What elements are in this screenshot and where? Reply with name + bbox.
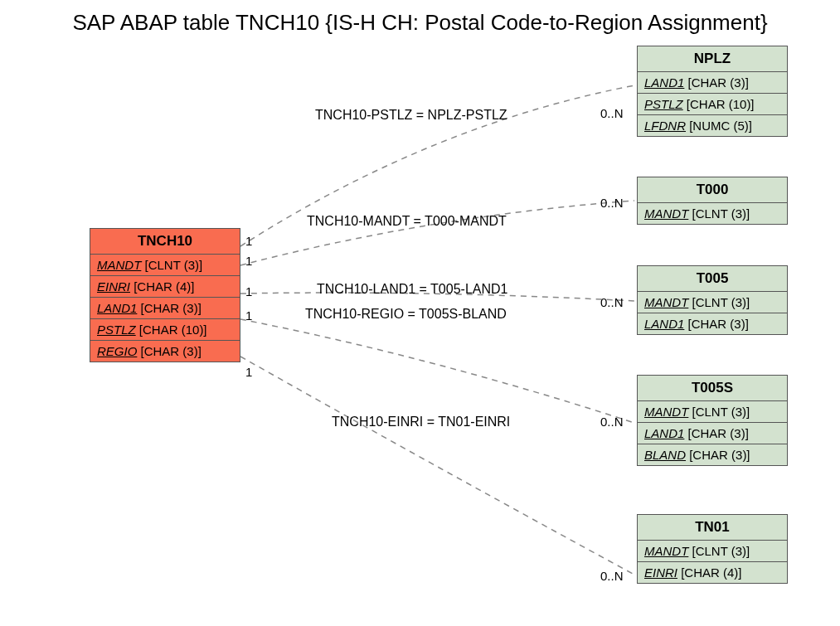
- field: MANDT [CLNT (3)]: [638, 541, 787, 562]
- field: MANDT [CLNT (3)]: [638, 292, 787, 313]
- entity-t005: T005 MANDT [CLNT (3)] LAND1 [CHAR (3)]: [637, 265, 788, 335]
- field: MANDT [CLNT (3)]: [638, 401, 787, 423]
- cardinality: 1: [245, 284, 252, 298]
- relation-label: TNCH10-PSTLZ = NPLZ-PSTLZ: [315, 108, 507, 123]
- cardinality: 1: [245, 308, 252, 323]
- entity-header: T005S: [638, 376, 787, 401]
- entity-nplz: NPLZ LAND1 [CHAR (3)] PSTLZ [CHAR (10)] …: [637, 46, 788, 137]
- cardinality: 1: [245, 365, 252, 379]
- relation-label: TNCH10-LAND1 = T005-LAND1: [317, 282, 507, 297]
- field: LAND1 [CHAR (3)]: [638, 313, 787, 334]
- cardinality: 0..N: [600, 295, 624, 309]
- field: LAND1 [CHAR (3)]: [90, 298, 240, 319]
- cardinality: 0..N: [600, 106, 624, 120]
- cardinality: 0..N: [600, 196, 624, 210]
- field: MANDT [CLNT (3)]: [638, 203, 787, 224]
- cardinality: 0..N: [600, 415, 624, 429]
- entity-t000: T000 MANDT [CLNT (3)]: [637, 177, 788, 225]
- entity-header: T000: [638, 177, 787, 203]
- relation-label: TNCH10-MANDT = T000-MANDT: [307, 214, 507, 229]
- field: EINRI [CHAR (4)]: [638, 562, 787, 583]
- cardinality: 1: [245, 234, 252, 248]
- field: BLAND [CHAR (3)]: [638, 444, 787, 465]
- entity-header: TNCH10: [90, 229, 240, 255]
- field: MANDT [CLNT (3)]: [90, 255, 240, 276]
- field: EINRI [CHAR (4)]: [90, 276, 240, 298]
- field: LFDNR [NUMC (5)]: [638, 115, 787, 136]
- entity-header: TN01: [638, 515, 787, 541]
- relation-label: TNCH10-REGIO = T005S-BLAND: [305, 307, 507, 322]
- entity-tn01: TN01 MANDT [CLNT (3)] EINRI [CHAR (4)]: [637, 514, 788, 584]
- relation-label: TNCH10-EINRI = TN01-EINRI: [332, 415, 510, 429]
- field: PSTLZ [CHAR (10)]: [90, 319, 240, 341]
- entity-header: NPLZ: [638, 46, 787, 72]
- field: PSTLZ [CHAR (10)]: [638, 94, 787, 115]
- entity-header: T005: [638, 266, 787, 292]
- field: LAND1 [CHAR (3)]: [638, 72, 787, 94]
- field: REGIO [CHAR (3)]: [90, 341, 240, 362]
- entity-t005s: T005S MANDT [CLNT (3)] LAND1 [CHAR (3)] …: [637, 375, 788, 466]
- cardinality: 0..N: [600, 569, 624, 583]
- entity-tnch10: TNCH10 MANDT [CLNT (3)] EINRI [CHAR (4)]…: [90, 228, 240, 362]
- cardinality: 1: [245, 254, 252, 268]
- field: LAND1 [CHAR (3)]: [638, 423, 787, 444]
- diagram-title: SAP ABAP table TNCH10 {IS-H CH: Postal C…: [0, 10, 840, 36]
